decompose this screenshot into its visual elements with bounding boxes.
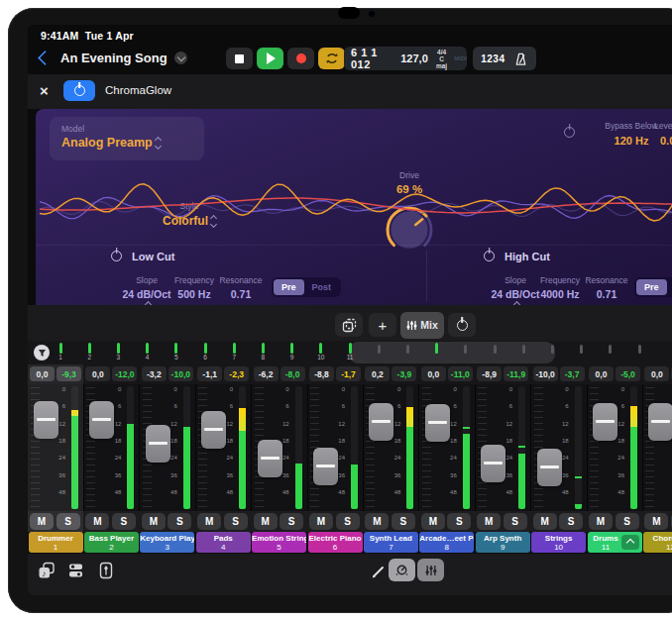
solo-button-1[interactable]: S [56,513,80,530]
knobs-view-button[interactable] [389,559,415,581]
volume-value-9[interactable]: -8,9 [477,366,502,381]
solo-button-2[interactable]: S [112,513,136,530]
highcut-post-button[interactable]: Post [667,279,672,295]
track-name-7[interactable]: Synth Lead 7 [364,532,418,553]
mute-button-4[interactable]: M [197,513,221,530]
loops-browser-button[interactable]: ♪ [38,562,57,581]
highcut-power-button[interactable] [484,251,495,261]
bypass-power-button[interactable] [564,127,575,138]
mixer-power-button[interactable] [448,313,476,337]
peak-value-8[interactable]: -11,0 [448,366,473,381]
navigator-track-20[interactable] [606,343,616,362]
peak-value-4[interactable]: -2,3 [224,366,249,381]
mute-button-7[interactable]: M [365,513,389,530]
record-button[interactable] [287,48,314,69]
filter-tracks-button[interactable] [34,345,50,361]
volume-value-2[interactable]: 0,0 [85,366,110,381]
volume-fader-7[interactable] [369,403,393,441]
collapse-stack-button[interactable] [621,535,639,550]
volume-value-12[interactable]: 0,0 [644,366,669,381]
volume-fader-9[interactable] [481,445,505,482]
navigator-track-15[interactable] [461,343,471,362]
play-button[interactable] [257,48,283,69]
volume-fader-1[interactable] [34,401,58,439]
volume-value-5[interactable]: -6,2 [254,366,279,381]
track-name-6[interactable]: Electric Piano 6 [308,532,363,553]
track-name-4[interactable]: Pads 4 [196,532,251,553]
navigator-track-11[interactable]: 11 [345,343,355,362]
mixer-navigator[interactable]: 1 2 3 4 5 6 7 8 9 10 11 [28,341,672,364]
mute-button-11[interactable]: M [589,513,613,530]
mix-toggle-button[interactable]: Mix [400,312,444,339]
volume-value-3[interactable]: -3,2 [142,366,167,381]
lcd-display[interactable]: 6 1 1 012 127,0 4/4C maj MIDI [344,47,467,70]
song-title[interactable]: An Evening Song [60,51,168,65]
lowcut-frequency[interactable]: Frequency 500 Hz [168,275,220,300]
mute-button-10[interactable]: M [533,513,557,530]
lowcut-post-button[interactable]: Post [304,279,340,295]
track-name-2[interactable]: Bass Player 2 [84,532,139,553]
fader-view-button[interactable] [99,562,115,581]
peak-value-7[interactable]: -3,9 [392,366,416,381]
mute-button-8[interactable]: M [421,513,445,530]
track-name-10[interactable]: Strings 10 [531,532,586,553]
navigator-track-21[interactable] [634,343,644,362]
volume-fader-11[interactable] [593,403,617,441]
level-control[interactable]: Leve 0.0 [654,121,672,147]
highcut-frequency[interactable]: Frequency 4000 Hz [534,275,586,300]
solo-button-11[interactable]: S [616,513,639,530]
volume-fader-4[interactable] [201,411,226,449]
peak-value-1[interactable]: -9,3 [56,366,81,381]
volume-fader-3[interactable] [146,425,170,463]
highcut-pre-button[interactable]: Pre [636,279,667,295]
lowcut-resonance[interactable]: Resonance 0.71 [216,275,266,300]
mute-button-3[interactable]: M [142,513,166,530]
navigator-track-14[interactable] [432,343,442,362]
navigator-track-18[interactable] [547,343,557,362]
peak-value-6[interactable]: -1,7 [336,366,361,381]
navigator-track-12[interactable] [374,343,384,362]
solo-button-10[interactable]: S [559,513,583,530]
mute-button-5[interactable]: M [254,513,278,530]
close-icon[interactable]: × [40,82,49,99]
plugin-power-button[interactable] [63,80,95,101]
track-name-11[interactable]: Drums 11 [588,532,642,553]
peak-value-9[interactable]: -11,9 [504,366,528,381]
peak-value-5[interactable]: -8,0 [280,366,305,381]
channel-modules-button[interactable] [67,562,87,581]
volume-value-1[interactable]: 0,0 [30,366,55,381]
navigator-track-16[interactable] [490,343,500,362]
solo-button-4[interactable]: S [224,513,248,530]
navigator-track-3[interactable]: 3 [113,343,123,362]
lowcut-slope[interactable]: Slope 24 dB/Oct [119,275,174,305]
volume-value-7[interactable]: 0,2 [365,366,390,381]
solo-button-7[interactable]: S [392,513,415,530]
navigator-track-17[interactable] [518,343,528,362]
mute-button-1[interactable]: M [30,513,54,530]
track-name-3[interactable]: Keyboard Player 3 [140,532,194,553]
solo-button-6[interactable]: S [336,513,360,530]
volume-value-8[interactable]: 0,0 [421,366,446,381]
song-menu-button[interactable] [174,52,187,64]
volume-fader-10[interactable] [537,449,562,486]
duplicate-button[interactable] [335,313,363,337]
navigator-track-4[interactable]: 4 [143,343,153,362]
peak-value-11[interactable]: -5,0 [616,366,640,381]
peak-value-10[interactable]: -3,7 [560,366,585,381]
add-track-button[interactable]: + [369,313,396,337]
track-name-5[interactable]: Emotion Strings 5 [252,532,306,553]
navigator-track-8[interactable]: 8 [258,343,268,362]
count-in-button[interactable]: 1234 [481,53,504,64]
volume-fader-8[interactable] [425,404,450,442]
navigator-track-10[interactable]: 10 [316,343,326,362]
metronome-icon[interactable] [513,52,528,66]
navigator-track-7[interactable]: 7 [229,343,239,362]
navigator-track-9[interactable]: 9 [287,343,297,362]
volume-value-4[interactable]: -1,1 [197,366,222,381]
back-chevron-icon[interactable] [40,52,51,63]
peak-value-2[interactable]: -12,0 [112,366,137,381]
solo-button-9[interactable]: S [504,513,527,530]
volume-fader-6[interactable] [313,448,338,485]
volume-value-11[interactable]: 0,0 [589,366,614,381]
mute-button-9[interactable]: M [477,513,501,530]
